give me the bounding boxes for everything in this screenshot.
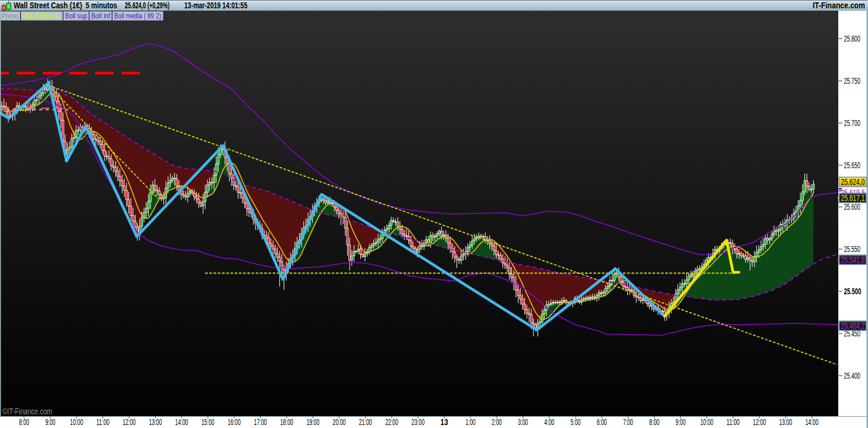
svg-text:10:00: 10:00 [700,417,713,427]
svg-text:5:00: 5:00 [571,417,581,427]
svg-text:18:00: 18:00 [280,417,293,427]
svg-text:2:00: 2:00 [492,417,502,427]
svg-text:15:00: 15:00 [202,417,215,427]
svg-text:10:00: 10:00 [70,417,83,427]
svg-text:6:00: 6:00 [597,417,607,427]
svg-text:25.617,1: 25.617,1 [841,193,865,203]
svg-text:16:00: 16:00 [228,417,241,427]
svg-text:22:00: 22:00 [385,417,398,427]
svg-text:12:00: 12:00 [753,417,766,427]
svg-text:25.624,0: 25.624,0 [841,177,865,187]
svg-text:8:00: 8:00 [19,417,29,427]
svg-text:13: 13 [441,417,448,427]
svg-text:14:00: 14:00 [806,417,819,427]
svg-text:Boll sup: Boll sup [65,11,87,20]
svg-text:23:00: 23:00 [411,417,424,427]
svg-text:MM (Simple 9): MM (Simple 9) [23,11,60,20]
svg-text:25.464,2: 25.464,2 [841,320,865,331]
svg-text:©IT-Finance.com: ©IT-Finance.com [2,407,52,416]
svg-text:IT-Finance.com: IT-Finance.com [813,0,865,10]
svg-text:13:00: 13:00 [779,417,792,427]
svg-text:25.700: 25.700 [844,118,861,128]
svg-text:20:00: 20:00 [333,417,346,427]
svg-text:25.650: 25.650 [844,160,861,170]
svg-text:12:00: 12:00 [122,417,136,427]
svg-text:25.541,8: 25.541,8 [841,254,865,265]
svg-text:7:00: 7:00 [623,417,633,427]
svg-text:17:00: 17:00 [254,417,267,427]
svg-text:8:00: 8:00 [649,417,659,427]
svg-text:21:00: 21:00 [359,417,372,427]
svg-text:4:00: 4:00 [544,417,554,427]
svg-text:9:00: 9:00 [45,417,55,427]
svg-text:25.500: 25.500 [844,286,861,296]
svg-text:25.624,0 (+0,29%): 25.624,0 (+0,29%) [125,0,169,10]
svg-text:14:00: 14:00 [175,417,188,427]
svg-text:13-mar-2019 14:01:55: 13-mar-2019 14:01:55 [184,0,247,10]
svg-text:3:00: 3:00 [518,417,528,427]
svg-text:Precio: Precio [2,11,18,20]
svg-text:25.750: 25.750 [844,75,861,86]
svg-text:Wall Street Cash (1€): Wall Street Cash (1€) [14,0,82,10]
svg-text:25.550: 25.550 [844,244,861,254]
svg-text:Boll media ( 89 2): Boll media ( 89 2) [114,11,161,20]
svg-text:25.400: 25.400 [844,370,861,380]
svg-text:19:00: 19:00 [306,417,319,427]
svg-text:1:00: 1:00 [466,417,476,427]
svg-text:5 minutos: 5 minutos [86,0,117,10]
svg-text:Boll inf: Boll inf [92,11,111,20]
svg-text:25.800: 25.800 [844,33,861,43]
svg-text:13:00: 13:00 [149,417,162,427]
svg-text:9:00: 9:00 [675,417,685,427]
svg-text:11:00: 11:00 [727,417,740,427]
svg-text:11:00: 11:00 [96,417,109,427]
